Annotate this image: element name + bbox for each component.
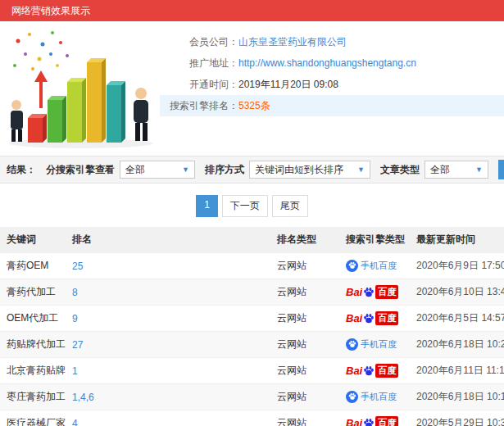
open-time-label: 开通时间： [160, 78, 238, 92]
rank-cell: 1 [66, 358, 270, 384]
rank-type-cell: 云网站 [270, 332, 339, 358]
company-label: 会员公司： [160, 35, 238, 49]
sort-label: 排序方式 [205, 163, 244, 177]
company-link[interactable]: 山东皇圣堂药业有限公司 [238, 35, 347, 49]
article-type-select[interactable]: 全部 ▼ [425, 161, 488, 179]
page: 网络营销效果展示 [0, 0, 504, 426]
table-row: 枣庄膏药加工 1,4,6 云网站 手机百度 Bai 百度 2020年6月18日 … [0, 384, 504, 410]
article-type-value: 全部 [430, 163, 450, 177]
filter-controls: 分搜索引擎查看 全部 ▼ 排序方式 关键词由短到长排序 ▼ 文章类型 全部 ▼ … [36, 160, 504, 179]
filter-bar: 结果： 分搜索引擎查看 全部 ▼ 排序方式 关键词由短到长排序 ▼ 文章类型 全… [0, 156, 504, 184]
rank-link[interactable]: 1,4,6 [72, 392, 94, 403]
rank-link[interactable]: 4 [72, 418, 78, 426]
baidu-bai-text: Bai [346, 365, 362, 377]
table-row: 药贴牌代加工 27 云网站 手机百度 Bai 百度 2020年6月18日 10:… [0, 332, 504, 358]
engine-cell: 手机百度 Bai 百度 [339, 306, 410, 332]
rank-link[interactable]: 27 [72, 339, 83, 351]
update-time-cell: 2020年6月18日 10:19 [410, 384, 504, 410]
info-row-company: 会员公司： 山东皇圣堂药业有限公司 [160, 31, 504, 52]
mobile-baidu-logo: 手机百度 [346, 391, 397, 403]
rank-cell: 4 [66, 410, 270, 426]
engine-cell: 手机百度 Bai 百度 [339, 384, 410, 410]
keyword-cell: OEM代加工 [0, 306, 66, 332]
rank-cell: 27 [66, 332, 270, 358]
keyword-table: 关键词 排名 排名类型 搜索引擎类型 最新更新时间 膏药OEM 25 云网站 手… [0, 227, 504, 426]
engine-cell: 手机百度 Bai 百度 [339, 410, 410, 426]
rank-link[interactable]: 9 [72, 313, 78, 324]
sort-select[interactable]: 关键词由短到长排序 ▼ [249, 161, 370, 179]
engine-cell: 手机百度 Bai 百度 [339, 253, 410, 279]
baidu-du-text: 百度 [375, 311, 398, 325]
update-time-cell: 2020年6月18日 10:25 [410, 332, 504, 358]
engine-cell: 手机百度 Bai 百度 [339, 332, 410, 358]
article-type-label: 文章类型 [380, 163, 420, 177]
baidu-paw-icon [363, 418, 375, 426]
rank-link[interactable]: 1 [72, 365, 78, 377]
sort-value: 关键词由短到长排序 [255, 163, 343, 177]
col-header-rank-type: 排名类型 [270, 227, 339, 253]
chevron-down-icon: ▼ [182, 165, 189, 174]
keyword-cell: 枣庄膏药加工 [0, 384, 66, 410]
result-label: 结果： [7, 163, 36, 177]
rank-count-suffix: 条 [261, 99, 270, 113]
page-title-bar: 网络营销效果展示 [0, 0, 504, 21]
submit-button[interactable]: 提交 [498, 160, 504, 179]
engine-filter-value: 全部 [125, 163, 145, 177]
baidu-logo: Bai 百度 [346, 416, 398, 426]
col-header-keyword: 关键词 [0, 227, 66, 253]
keyword-cell: 医疗器械厂家 [0, 410, 66, 426]
rank-cell: 1,4,6 [66, 384, 270, 410]
engine-cell: 手机百度 Bai 百度 [339, 358, 410, 384]
mobile-baidu-logo: 手机百度 [346, 338, 397, 351]
open-time-value: 2019年11月20日 09:08 [238, 78, 338, 92]
rank-link[interactable]: 25 [72, 261, 83, 272]
chevron-down-icon: ▼ [475, 165, 483, 174]
keyword-cell: 药贴牌代加工 [0, 332, 66, 358]
baidu-paw-icon [363, 365, 375, 377]
baidu-du-text: 百度 [375, 285, 398, 299]
page-button-next[interactable]: 下一页 [222, 195, 268, 217]
baidu-logo: Bai 百度 [346, 311, 398, 325]
info-row-rank-count: 搜索引擎排名： 5325 条 [160, 95, 504, 116]
mobile-baidu-paw-icon [346, 338, 358, 351]
page-button-last[interactable]: 尾页 [272, 195, 308, 217]
baidu-logo: Bai 百度 [346, 285, 398, 299]
rank-type-cell: 云网站 [270, 358, 339, 384]
update-time-cell: 2020年6月10日 13:40 [410, 279, 504, 306]
promo-url-link[interactable]: http://www.shandonghuangshengtang.cn [238, 57, 416, 69]
table-row: OEM代加工 9 云网站 手机百度 Bai 百度 2020年6月5日 14:57 [0, 306, 504, 332]
baidu-bai-text: Bai [346, 286, 362, 298]
member-info: 会员公司： 山东皇圣堂药业有限公司 推广地址： http://www.shand… [160, 21, 504, 156]
info-row-open-time: 开通时间： 2019年11月20日 09:08 [160, 74, 504, 95]
table-header-row: 关键词 排名 排名类型 搜索引擎类型 最新更新时间 [0, 227, 504, 253]
update-time-cell: 2020年6月5日 14:57 [410, 306, 504, 332]
update-time-cell: 2020年6月9日 17:50 [410, 253, 504, 279]
mobile-baidu-paw-icon [346, 391, 358, 403]
col-header-rank: 排名 [66, 227, 270, 253]
baidu-paw-icon [363, 313, 375, 324]
mobile-baidu-label: 手机百度 [361, 391, 397, 403]
engine-filter-label: 分搜索引擎查看 [46, 163, 115, 177]
info-row-url: 推广地址： http://www.shandonghuangshengtang.… [160, 52, 504, 74]
pagination: 1 下一页 尾页 [0, 184, 504, 227]
baidu-du-text: 百度 [375, 416, 398, 426]
table-row: 医疗器械厂家 4 云网站 手机百度 Bai 百度 2020年5月29日 10:3… [0, 410, 504, 426]
rank-type-cell: 云网站 [270, 410, 339, 426]
update-time-cell: 2020年5月29日 10:32 [410, 410, 504, 426]
table-row: 膏药代加工 8 云网站 手机百度 Bai 百度 2020年6月10日 13:40 [0, 279, 504, 306]
table-row: 膏药OEM 25 云网站 手机百度 Bai 百度 2020年6月9日 17:50 [0, 253, 504, 279]
keyword-table-body: 膏药OEM 25 云网站 手机百度 Bai 百度 2020年6月9日 17:50… [0, 253, 504, 426]
col-header-engine-type: 搜索引擎类型 [339, 227, 410, 253]
rank-link[interactable]: 8 [72, 287, 78, 298]
page-title: 网络营销效果展示 [11, 5, 90, 16]
keyword-cell: 北京膏药贴牌 [0, 358, 66, 384]
promo-url-label: 推广地址： [160, 57, 238, 70]
engine-filter-select[interactable]: 全部 ▼ [120, 161, 195, 179]
rank-count-label: 搜索引擎排名： [160, 99, 238, 113]
page-button-current[interactable]: 1 [196, 195, 218, 217]
rank-count-value: 5325 [238, 100, 261, 111]
mobile-baidu-paw-icon [346, 260, 358, 272]
table-row: 北京膏药贴牌 1 云网站 手机百度 Bai 百度 2020年6月11日 11:1… [0, 358, 504, 384]
rank-type-cell: 云网站 [270, 384, 339, 410]
baidu-logo: Bai 百度 [346, 364, 398, 378]
